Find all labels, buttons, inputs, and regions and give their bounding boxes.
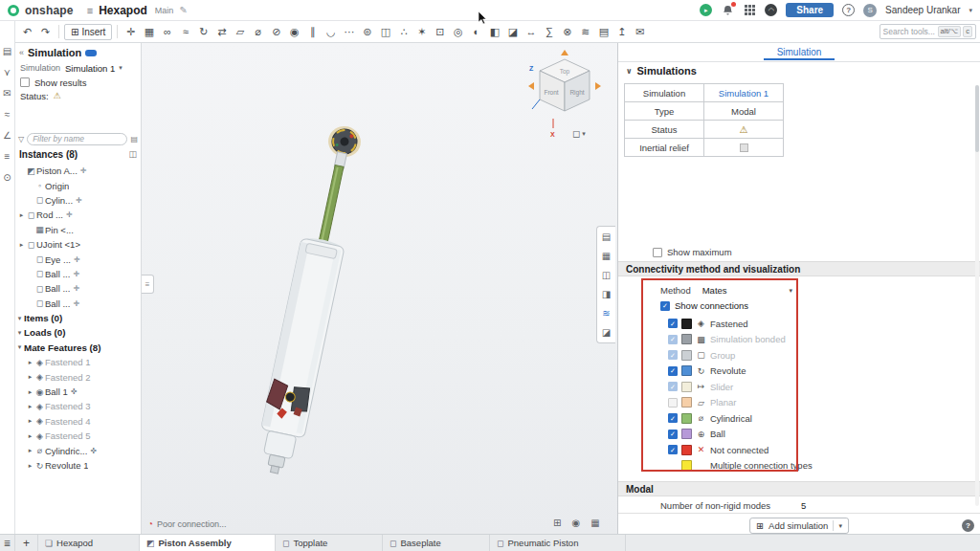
camera-icon[interactable]: ◉ <box>571 518 580 528</box>
analytics-icon[interactable]: ≈ <box>5 109 11 120</box>
section-view-icon[interactable]: ◪ <box>504 23 521 40</box>
planar-mate-icon[interactable]: ▱ <box>232 23 248 40</box>
rename-pencil-icon[interactable]: ✎ <box>179 5 187 15</box>
mass-properties-icon[interactable]: ∑ <box>541 23 557 40</box>
tree-item[interactable]: ▸◉Ball 1✜ <box>15 385 141 399</box>
show-connections-checkbox[interactable] <box>660 301 670 311</box>
tree-item[interactable]: ◻Ball ...✛ <box>15 267 141 281</box>
tree-item[interactable]: ◻Ball ...✛ <box>15 281 141 296</box>
group-icon[interactable]: ▦ <box>141 23 157 40</box>
user-avatar[interactable]: S <box>863 4 877 17</box>
tabs-menu-icon[interactable]: ≣ <box>0 535 15 551</box>
tree-item[interactable]: ▸◈Fastened 1 <box>15 355 141 369</box>
panel-help-icon[interactable]: ? <box>962 519 974 532</box>
expand-caret-icon[interactable]: ▸ <box>26 462 34 470</box>
connection-checkbox[interactable] <box>668 382 678 391</box>
insert-button[interactable]: ⊞ Insert <box>64 24 112 40</box>
notifications-bell-icon[interactable] <box>721 4 734 17</box>
tree-section[interactable]: ▾Loads (0) <box>15 325 141 340</box>
tree-item[interactable]: ◦Origin <box>15 178 141 192</box>
tree-item[interactable]: ▸◈Fastened 2 <box>15 369 141 384</box>
doc-tab-topplate[interactable]: ◻Topplate <box>276 535 383 551</box>
connection-row[interactable]: ✕Not connected <box>668 442 813 458</box>
connection-row[interactable]: ▱Planar <box>668 395 813 411</box>
tree-item[interactable]: ▸◻Rod ...✛ <box>15 208 141 222</box>
snap-mode-icon[interactable]: ≈ <box>177 23 193 40</box>
replicate-icon[interactable]: ∴ <box>395 23 412 40</box>
comments-panel-icon[interactable]: ▤ <box>599 230 614 244</box>
panel-scrollbar[interactable] <box>975 85 979 506</box>
grid-icon[interactable]: ▦ <box>590 518 599 528</box>
snapshot-icon[interactable]: ⊡ <box>432 23 448 40</box>
tree-item[interactable]: ◻Eye ...✛ <box>15 252 141 266</box>
method-dropdown-caret-icon[interactable]: ▾ <box>789 287 792 295</box>
rotate-up-arrow-icon[interactable] <box>561 50 568 55</box>
expand-caret-icon[interactable]: ▸ <box>26 373 34 381</box>
simulation-panel-icon[interactable]: ≋ <box>599 306 614 320</box>
expand-caret-icon[interactable]: ▸ <box>26 359 34 366</box>
tangent-mate-icon[interactable]: ◡ <box>323 23 339 40</box>
connection-row[interactable]: ⊕Ball <box>668 427 813 443</box>
piston-rod[interactable] <box>319 165 344 245</box>
rotate-right-arrow-icon[interactable] <box>595 82 601 90</box>
expand-caret-icon[interactable]: ▸ <box>17 211 26 219</box>
rotate-left-arrow-icon[interactable] <box>528 82 534 90</box>
tree-item[interactable]: ▸◻UJoint <1> <box>15 237 141 252</box>
table-row-value[interactable]: Modal <box>704 102 784 121</box>
method-value[interactable]: Mates <box>702 285 727 296</box>
instances-section-header[interactable]: Instances (8) ◫ <box>15 146 141 162</box>
document-panel-icon[interactable]: ▤ <box>3 46 11 56</box>
community-globe-icon[interactable]: ◠ <box>765 4 777 16</box>
doc-tab-baseplate[interactable]: ◻Baseplate <box>383 535 490 551</box>
expand-caret-icon[interactable]: ▸ <box>26 403 34 410</box>
connection-checkbox[interactable] <box>668 335 678 344</box>
document-menu-icon[interactable]: ≡ <box>87 5 93 16</box>
show-results-checkbox[interactable] <box>20 77 30 87</box>
branch-name[interactable]: Main <box>155 6 174 15</box>
tree-item[interactable]: ▸◈Fastened 4 <box>15 414 141 429</box>
tree-section[interactable]: ▾Mate Features (8) <box>15 341 141 355</box>
collapse-panel-icon[interactable]: « <box>19 48 24 57</box>
tree-item[interactable]: ◩Piston A...✛ <box>15 164 141 178</box>
tree-item[interactable]: ◻Cylin...✛ <box>15 193 141 208</box>
bom-panel-icon[interactable]: ▦ <box>599 249 614 263</box>
connection-checkbox[interactable] <box>668 350 678 360</box>
doc-tab-piston-assembly[interactable]: ◩Piston Assembly <box>140 535 276 551</box>
connection-row[interactable]: ◈Fastened <box>668 316 813 332</box>
ball-mate-icon[interactable]: ◉ <box>286 23 302 40</box>
table-row-value[interactable] <box>704 139 784 157</box>
pin-slot-mate-icon[interactable]: ⊘ <box>268 23 284 40</box>
comment-tool-icon[interactable]: ✉ <box>632 23 648 40</box>
expand-caret-icon[interactable]: ▸ <box>26 388 34 396</box>
connection-checkbox[interactable] <box>668 398 678 408</box>
connection-checkbox[interactable] <box>668 430 678 439</box>
slider-mate-icon[interactable]: ⇄ <box>213 23 230 40</box>
add-simulation-button[interactable]: ⊞ Add simulation ▾ <box>749 518 849 534</box>
appearance-icon[interactable]: ◧ <box>486 23 502 40</box>
filter-input[interactable] <box>27 133 127 145</box>
measure-icon[interactable]: ↔ <box>523 23 539 40</box>
simulation-select[interactable]: Simulation 1 ▾ <box>65 63 122 74</box>
connection-row[interactable]: ▢Group <box>668 347 813 364</box>
view-options-button[interactable]: ◻ ▾ <box>572 128 586 139</box>
comments-icon[interactable]: ✉ <box>3 88 11 99</box>
learning-center-icon[interactable]: ▸ <box>700 4 712 16</box>
section-caret-icon[interactable]: ▾ <box>15 315 24 322</box>
tree-item[interactable]: ◻Ball ...✛ <box>15 297 141 311</box>
expand-caret-icon[interactable]: ▸ <box>26 447 34 454</box>
connection-row[interactable]: Multiple connection types <box>668 458 813 474</box>
share-button[interactable]: Share <box>786 3 834 17</box>
inertial-relief-checkbox[interactable] <box>740 143 748 152</box>
mate-icon[interactable]: ✛ <box>122 23 139 40</box>
add-simulation-caret-icon[interactable]: ▾ <box>838 522 842 530</box>
status-warning-icon[interactable]: ⚠ <box>704 121 784 139</box>
connection-checkbox[interactable] <box>668 413 678 423</box>
redo-icon[interactable]: ↷ <box>37 23 54 40</box>
connection-checkbox[interactable] <box>668 366 678 376</box>
connection-row[interactable]: ↦Slider <box>668 379 813 395</box>
add-tab-button[interactable]: + <box>15 535 38 551</box>
simulation-panel-tab[interactable]: Simulation <box>618 43 980 62</box>
tree-item[interactable]: ▦Pin <... <box>15 223 141 237</box>
parallel-mate-icon[interactable]: ∥ <box>304 23 321 40</box>
expand-caret-icon[interactable]: ▸ <box>17 241 26 249</box>
